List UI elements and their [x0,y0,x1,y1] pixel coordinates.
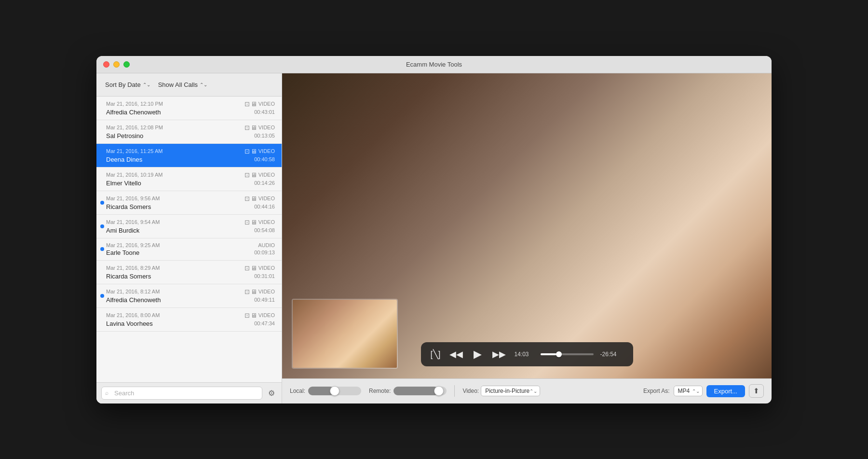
sort-by-date-button[interactable]: Sort By Date ⌃⌄ [102,79,153,90]
call-type-label: VIDEO [258,312,275,318]
remote-volume-control: Remote: [369,387,447,395]
call-list-item[interactable]: Mar 21, 2016, 8:12 AM 🖥VIDEO Alfredia Ch… [96,284,282,308]
video-type-icon: 🖥 [244,219,257,226]
call-info: Earle Toone 00:09:13 [106,249,275,256]
call-info: Alfredia Chenoweth 00:49:11 [106,296,275,304]
call-duration: 00:43:01 [254,109,275,115]
call-date: Mar 21, 2016, 8:12 AM [106,289,160,294]
call-type-label: VIDEO [258,172,275,178]
settings-button[interactable]: ⚙ [266,387,277,400]
remote-volume-slider[interactable] [393,387,447,395]
call-info: Ricarda Somers 00:31:01 [106,273,275,280]
call-duration: 00:31:01 [254,273,275,279]
call-type-badge: 🖥VIDEO [244,100,275,108]
main-content: Sort By Date ⌃⌄ Show All Calls ⌃⌄ Mar 21… [96,73,772,403]
call-meta: Mar 21, 2016, 8:12 AM 🖥VIDEO [106,288,275,295]
call-name: Lavina Voorhees [106,320,153,327]
close-button[interactable] [103,61,109,68]
remote-volume-fill [393,387,439,395]
video-type-icon: 🖥 [244,124,257,131]
call-type-badge: 🖥VIDEO [244,219,275,226]
call-list-item[interactable]: Mar 21, 2016, 9:25 AM AUDIO Earle Toone … [96,238,282,261]
call-info: Ami Burdick 00:54:08 [106,227,275,234]
video-type-icon: 🖥 [244,171,257,179]
video-type-icon: 🖥 [244,288,257,295]
play-button[interactable]: ▶ [472,347,484,362]
video-mode-select[interactable]: Picture-in-PictureSide by SideLocal Only… [481,386,540,396]
video-mode-label: Video: [462,388,479,394]
call-info: Alfredia Chenoweth 00:43:01 [106,109,275,116]
call-type-badge: 🖥VIDEO [244,171,275,179]
call-duration: 00:14:26 [254,180,275,186]
bottom-toolbar: Local: Remote: Video: [282,378,772,403]
time-remaining: -26:54 [600,351,624,358]
call-info: Elmer Vitello 00:14:26 [106,180,275,187]
call-duration: 00:54:08 [254,227,275,233]
show-all-label: Show All Calls [158,81,198,88]
call-type-label: VIDEO [258,148,275,154]
call-list-item[interactable]: Mar 21, 2016, 9:56 AM 🖥VIDEO Ricarda Som… [96,191,282,215]
format-select[interactable]: MP4MOVAVI [674,386,703,396]
call-meta: Mar 21, 2016, 9:56 AM 🖥VIDEO [106,195,275,202]
call-list-item[interactable]: Mar 21, 2016, 8:29 AM 🖥VIDEO Ricarda Som… [96,261,282,284]
export-button[interactable]: Export... [706,385,745,397]
sort-label: Sort By Date [105,81,141,88]
call-type-label: VIDEO [258,125,275,130]
call-name: Ricarda Somers [106,273,151,280]
video-type-icon: 🖥 [244,148,257,155]
call-meta: Mar 21, 2016, 8:29 AM 🖥VIDEO [106,264,275,272]
call-meta: Mar 21, 2016, 10:19 AM 🖥VIDEO [106,171,275,179]
call-date: Mar 21, 2016, 9:25 AM [106,242,160,248]
share-button[interactable]: ⬆ [749,384,764,398]
call-type-label: AUDIO [258,242,275,248]
export-as-label: Export As: [643,388,670,394]
video-panel: [╲] ◀◀ ▶ ▶▶ 14:03 -26:54 Local: [282,73,772,403]
call-list-item[interactable]: Mar 21, 2016, 10:19 AM 🖥VIDEO Elmer Vite… [96,167,282,191]
fast-forward-button[interactable]: ▶▶ [490,348,508,361]
call-duration: 00:47:34 [254,320,275,326]
call-name: Alfredia Chenoweth [106,109,161,116]
rewind-button[interactable]: ◀◀ [448,348,465,361]
call-type-badge: 🖥VIDEO [244,288,275,295]
sidebar-toolbar: Sort By Date ⌃⌄ Show All Calls ⌃⌄ [96,73,282,97]
search-input[interactable] [101,387,262,400]
clip-icon: [╲] [431,349,441,360]
local-volume-slider[interactable] [308,387,361,395]
progress-thumb[interactable] [556,351,562,357]
call-list-item[interactable]: Mar 21, 2016, 9:54 AM 🖥VIDEO Ami Burdick… [96,215,282,238]
sort-chevron-icon: ⌃⌄ [143,82,150,87]
call-info: Ricarda Somers 00:44:16 [106,203,275,210]
show-all-chevron-icon: ⌃⌄ [200,82,207,87]
local-volume-control: Local: [290,387,361,395]
minimize-button[interactable] [113,61,120,68]
call-date: Mar 21, 2016, 8:00 AM [106,312,160,318]
format-select-wrapper: MP4MOVAVI ⌃⌄ [674,386,703,396]
remote-volume-thumb[interactable] [434,386,444,396]
window-title: Ecamm Movie Tools [406,61,462,68]
call-meta: Mar 21, 2016, 9:54 AM 🖥VIDEO [106,219,275,226]
call-type-badge: 🖥VIDEO [244,312,275,319]
video-type-icon: 🖥 [244,264,257,272]
call-meta: Mar 21, 2016, 8:00 AM 🖥VIDEO [106,312,275,319]
call-name: Deena Dines [106,156,142,163]
call-list-item[interactable]: Mar 21, 2016, 11:25 AM 🖥VIDEO Deena Dine… [96,144,282,167]
fullscreen-button[interactable] [123,61,130,68]
call-list-item[interactable]: Mar 21, 2016, 8:00 AM 🖥VIDEO Lavina Voor… [96,308,282,332]
call-date: Mar 21, 2016, 9:56 AM [106,195,160,201]
call-name: Ami Burdick [106,227,139,234]
sidebar-footer: ⌕ ⚙ [96,382,282,403]
search-wrapper: ⌕ [101,387,262,400]
call-type-badge: 🖥VIDEO [244,148,275,155]
call-list-item[interactable]: Mar 21, 2016, 12:08 PM 🖥VIDEO Sal Petros… [96,120,282,144]
call-list-item[interactable]: Mar 21, 2016, 12:10 PM 🖥VIDEO Alfredia C… [96,97,282,120]
call-date: Mar 21, 2016, 8:29 AM [106,265,160,271]
pip-video-bg [293,300,397,368]
search-icon: ⌕ [105,389,108,396]
video-type-icon: 🖥 [244,312,257,319]
call-duration: 00:13:05 [254,133,275,139]
local-volume-thumb[interactable] [330,386,339,396]
progress-track[interactable] [541,353,594,355]
remote-label: Remote: [369,388,391,394]
call-date: Mar 21, 2016, 12:10 PM [106,101,163,107]
show-all-calls-button[interactable]: Show All Calls ⌃⌄ [155,79,210,90]
